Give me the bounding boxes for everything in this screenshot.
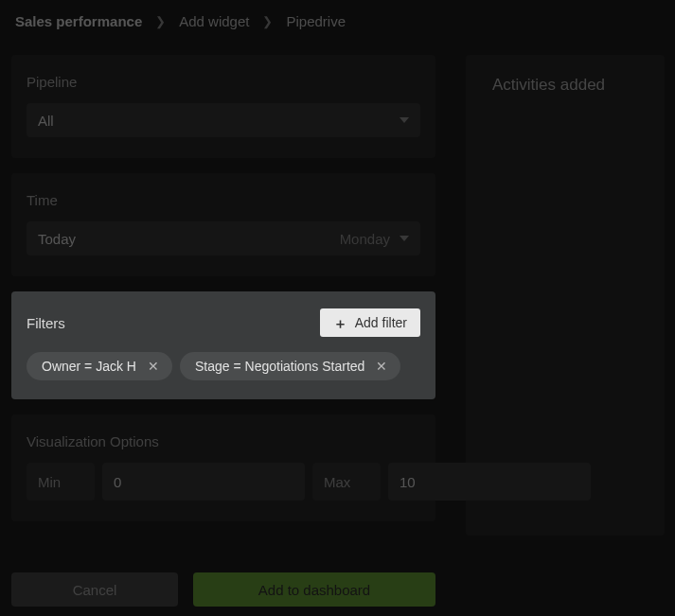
plus-icon: ＋: [333, 316, 347, 330]
pipeline-select[interactable]: All: [27, 103, 420, 137]
time-select-hint: Monday: [340, 231, 390, 247]
visualization-options-card: Visualization Options Min Max: [11, 414, 435, 521]
max-input[interactable]: [388, 463, 591, 501]
filter-chips: Owner = Jack H ✕ Stage = Negotiations St…: [27, 352, 420, 380]
time-card: Time Today Monday: [11, 173, 435, 276]
chevron-down-icon: [400, 236, 409, 241]
filter-chip[interactable]: Stage = Negotiations Started ✕: [180, 352, 400, 380]
time-select[interactable]: Today Monday: [27, 221, 420, 255]
breadcrumb-add-widget[interactable]: Add widget: [179, 13, 249, 29]
chevron-right-icon: ❯: [155, 14, 166, 28]
breadcrumb-root[interactable]: Sales performance: [15, 13, 142, 29]
add-filter-label: Add filter: [355, 315, 407, 330]
min-label: Min: [27, 463, 95, 501]
visualization-options-label: Visualization Options: [27, 433, 420, 449]
filters-card: Filters ＋ Add filter Owner = Jack H ✕ St…: [11, 291, 435, 399]
close-icon[interactable]: ✕: [146, 359, 161, 374]
add-filter-button[interactable]: ＋ Add filter: [320, 308, 420, 337]
close-icon[interactable]: ✕: [374, 359, 389, 374]
footer-actions: Cancel Add to dashboard: [11, 572, 435, 607]
min-input[interactable]: [102, 463, 305, 501]
add-to-dashboard-button[interactable]: Add to dashboard: [193, 572, 435, 607]
filter-chip[interactable]: Owner = Jack H ✕: [27, 352, 172, 380]
pipeline-card: Pipeline All: [11, 55, 435, 158]
time-label: Time: [27, 192, 420, 208]
cancel-button[interactable]: Cancel: [11, 572, 178, 607]
filter-chip-text: Stage = Negotiations Started: [195, 359, 364, 374]
pipeline-select-value: All: [38, 113, 54, 129]
max-label: Max: [312, 463, 381, 501]
breadcrumb: Sales performance ❯ Add widget ❯ Pipedri…: [0, 0, 675, 44]
time-select-value: Today: [38, 231, 76, 247]
preview-title: Activities added: [492, 76, 638, 95]
chevron-right-icon: ❯: [262, 14, 273, 28]
filter-chip-text: Owner = Jack H: [42, 359, 136, 374]
chevron-down-icon: [400, 117, 409, 123]
breadcrumb-leaf: Pipedrive: [286, 13, 346, 29]
pipeline-label: Pipeline: [27, 74, 420, 90]
filters-label: Filters: [27, 315, 65, 331]
